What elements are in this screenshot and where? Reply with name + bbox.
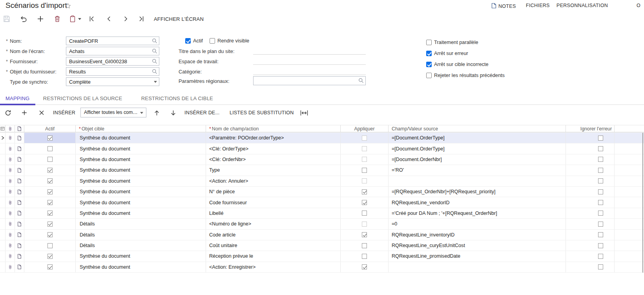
attachment-icon[interactable]: [5, 197, 15, 207]
traitement-parallele-checkbox[interactable]: [426, 40, 432, 45]
active-checkbox[interactable]: [47, 200, 53, 205]
ignore-error-checkbox[interactable]: [598, 222, 603, 227]
mapping-row[interactable]: Synthèse du documentLibellé='Créé pour D…: [0, 208, 644, 219]
notes-button[interactable]: NOTES: [491, 3, 516, 10]
apply-checkbox-cell[interactable]: [341, 240, 389, 251]
rejeter-resultats-flag[interactable]: Rejeter les résultats précédents: [426, 72, 505, 78]
active-checkbox[interactable]: [47, 168, 53, 173]
source-field-cell[interactable]: [389, 262, 566, 272]
column-filter-dropdown[interactable]: Afficher toutes les com…: [80, 108, 146, 117]
apply-checkbox[interactable]: [362, 243, 367, 248]
note-icon[interactable]: [15, 154, 24, 165]
target-object-cell[interactable]: Synthèse du document: [76, 251, 206, 261]
apply-checkbox[interactable]: [362, 136, 367, 141]
categorie-field[interactable]: [253, 68, 366, 75]
actif-flag[interactable]: Actif: [185, 38, 203, 44]
target-object-cell[interactable]: Synthèse du document: [76, 143, 206, 154]
active-checkbox[interactable]: [47, 243, 53, 248]
apply-checkbox-cell[interactable]: [341, 262, 389, 272]
traitement-parallele-flag[interactable]: Traitement parallèle: [426, 39, 478, 45]
move-up-icon[interactable]: [152, 108, 161, 117]
tab-mapping[interactable]: MAPPING: [0, 92, 35, 105]
apply-checkbox-cell[interactable]: [341, 187, 389, 197]
mapping-row[interactable]: Synthèse du document<Action: Annuler>: [0, 176, 644, 187]
apply-checkbox[interactable]: [362, 168, 367, 173]
attachment-icon[interactable]: [5, 165, 15, 175]
add-icon[interactable]: [35, 14, 46, 24]
fit-width-icon[interactable]: [299, 108, 309, 117]
target-object-cell[interactable]: Synthèse du document: [76, 208, 206, 218]
attachment-icon[interactable]: [5, 251, 15, 261]
active-checkbox-cell[interactable]: [24, 262, 76, 272]
first-record-icon[interactable]: [87, 14, 97, 24]
field-action-cell[interactable]: <Action: Annuler>: [206, 176, 341, 186]
attachment-icon[interactable]: [5, 176, 15, 186]
mapping-row[interactable]: DétailsCode articleRQRequestLine_invento…: [0, 230, 644, 240]
grid-settings-icon[interactable]: [0, 125, 5, 132]
active-checkbox[interactable]: [47, 157, 53, 162]
apply-checkbox[interactable]: [362, 254, 367, 259]
active-checkbox-cell[interactable]: [24, 143, 76, 154]
ignore-error-cell[interactable]: [566, 262, 615, 272]
substitution-lists-button[interactable]: LISTES DE SUBSTITUTION: [230, 110, 294, 115]
attachment-icon[interactable]: [5, 187, 15, 197]
source-field-cell[interactable]: RQRequestLine_vendorID: [389, 197, 566, 207]
attachment-icon[interactable]: [5, 208, 15, 218]
field-action-cell[interactable]: Coût unitaire: [206, 240, 341, 251]
source-field-cell[interactable]: RQRequestLine_inventoryID: [389, 230, 566, 240]
attachment-icon[interactable]: [5, 133, 15, 143]
tab-restrictions-source[interactable]: RESTRICTIONS DE LA SOURCE: [37, 92, 128, 105]
attachment-icon[interactable]: [5, 154, 15, 165]
mapping-row[interactable]: Synthèse du document<Paramètre: POOrder.…: [0, 133, 644, 143]
field-action-cell[interactable]: <Action: Enregistrer>: [206, 262, 341, 272]
field-action-cell[interactable]: <Numéro de ligne>: [206, 219, 341, 229]
titre-plan-field[interactable]: [253, 48, 366, 55]
source-field-cell[interactable]: ='RO': [389, 165, 566, 175]
insert-button[interactable]: INSÉRER: [53, 110, 75, 115]
add-row-icon[interactable]: [20, 108, 29, 117]
ignore-error-cell[interactable]: [566, 219, 615, 229]
chevron-down-icon[interactable]: [154, 81, 157, 83]
column-header-nom-champ[interactable]: *Nom de champ/action: [206, 125, 341, 132]
ignore-error-checkbox[interactable]: [598, 254, 603, 259]
fournisseur-input[interactable]: [66, 57, 159, 66]
arret-erreur-checkbox[interactable]: [426, 51, 432, 56]
lookup-icon[interactable]: [358, 78, 364, 85]
apply-checkbox-cell[interactable]: [341, 143, 389, 154]
column-header-appliquer[interactable]: Appliquer: [341, 125, 389, 132]
apply-checkbox[interactable]: [362, 178, 367, 183]
active-checkbox[interactable]: [47, 178, 53, 183]
active-checkbox-cell[interactable]: [24, 230, 76, 240]
copy-paste-icon[interactable]: [68, 14, 78, 24]
active-checkbox-cell[interactable]: [24, 165, 76, 175]
apply-checkbox-cell[interactable]: [341, 208, 389, 218]
column-header-ignorer-erreur[interactable]: Ignorer l'erreur: [566, 125, 615, 132]
ignore-error-cell[interactable]: [566, 208, 615, 218]
note-icon[interactable]: [15, 197, 24, 207]
save-button[interactable]: [2, 14, 12, 24]
customization-button[interactable]: PERSONNALISATION: [556, 3, 608, 8]
note-icon[interactable]: [15, 251, 24, 261]
apply-checkbox-cell[interactable]: [341, 154, 389, 165]
apply-checkbox-cell[interactable]: [341, 165, 389, 175]
delete-row-icon[interactable]: [37, 108, 46, 117]
target-object-cell[interactable]: Synthèse du document: [76, 154, 206, 165]
ignore-error-checkbox[interactable]: [598, 136, 603, 141]
ignore-error-cell[interactable]: [566, 165, 615, 175]
active-checkbox-cell[interactable]: [24, 176, 76, 186]
active-checkbox-cell[interactable]: [24, 240, 76, 251]
espace-travail-field[interactable]: [253, 58, 366, 65]
note-icon[interactable]: [15, 165, 24, 175]
field-action-cell[interactable]: Code fournisseur: [206, 197, 341, 207]
prev-record-icon[interactable]: [104, 14, 114, 24]
ignore-error-cell[interactable]: [566, 133, 615, 143]
mapping-row[interactable]: Synthèse du documentRéception prévue leR…: [0, 251, 644, 262]
target-object-cell[interactable]: Synthèse du document: [76, 262, 206, 272]
source-field-cell[interactable]: RQRequestLine_curyEstUnitCost: [389, 240, 566, 251]
tab-restrictions-cible[interactable]: RESTRICTIONS DE LA CIBLE: [135, 92, 219, 105]
ignore-error-checkbox[interactable]: [598, 200, 603, 205]
last-record-icon[interactable]: [136, 14, 146, 24]
active-checkbox[interactable]: [47, 254, 53, 259]
apply-checkbox-cell[interactable]: [341, 197, 389, 207]
column-header-actif[interactable]: Actif: [24, 125, 76, 132]
